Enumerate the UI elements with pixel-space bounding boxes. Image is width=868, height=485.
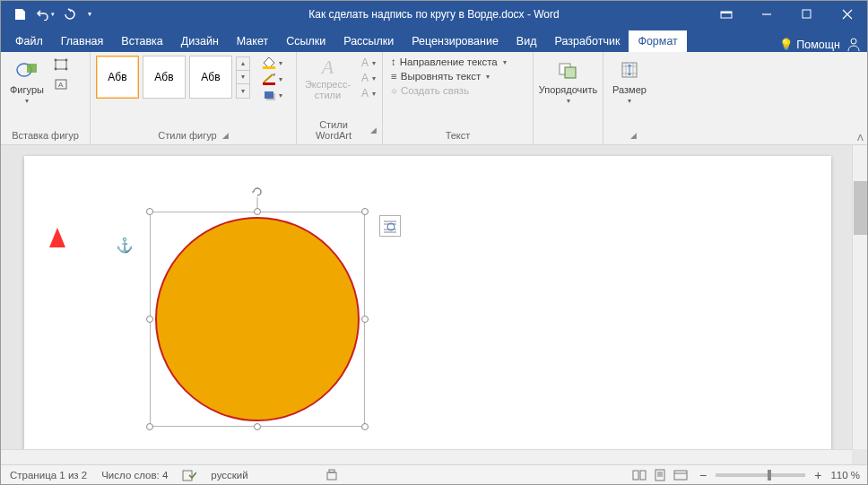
style-thumb-1[interactable]: Абв <box>96 56 139 99</box>
handle-bl[interactable] <box>146 423 153 430</box>
group-text: ↕Направление текста▾ ≡Выровнять текст▾ ⟐… <box>383 52 534 144</box>
close-button[interactable] <box>827 1 867 27</box>
handle-br[interactable] <box>361 423 369 430</box>
svg-rect-14 <box>263 66 275 69</box>
text-effects-button: A▾ <box>360 86 377 100</box>
tab-home[interactable]: Главная <box>52 30 113 52</box>
text-direction-button[interactable]: ↕Направление текста▾ <box>388 56 509 68</box>
shape-tools: A <box>51 56 71 93</box>
help-icon[interactable]: 💡 Помощн <box>779 38 840 51</box>
group-insert-label: Вставка фигур <box>6 130 84 143</box>
svg-rect-3 <box>803 10 811 18</box>
layout-options-button[interactable] <box>379 215 401 237</box>
status-language[interactable]: русский <box>211 470 247 481</box>
styles-dialog-button[interactable]: ◢ <box>222 131 229 140</box>
svg-text:A: A <box>58 81 64 89</box>
handle-tr[interactable] <box>361 208 369 215</box>
handle-l[interactable] <box>146 316 153 323</box>
shape-effects-button[interactable]: ▾ <box>259 88 284 102</box>
style-gallery[interactable]: Абв Абв Абв ▴ ▾ ▾ <box>96 56 250 99</box>
text-direction-label: Направление текста <box>400 56 498 67</box>
size-icon <box>617 57 642 82</box>
svg-rect-25 <box>633 471 638 480</box>
vertical-scrollbar[interactable] <box>852 145 867 449</box>
svg-rect-23 <box>327 472 336 480</box>
undo-button[interactable]: ▾ <box>33 4 56 25</box>
size-button[interactable]: Размер▾ <box>609 56 650 107</box>
tab-review[interactable]: Рецензирование <box>403 30 508 52</box>
horizontal-scrollbar[interactable] <box>1 449 852 464</box>
read-mode-button[interactable] <box>629 467 649 483</box>
zoom-level[interactable]: 110 % <box>830 470 860 481</box>
svg-point-4 <box>851 39 856 44</box>
status-page[interactable]: Страница 1 из 2 <box>10 470 87 481</box>
gallery-more-button[interactable]: ▾ <box>237 84 249 98</box>
shape-selection[interactable] <box>150 212 365 427</box>
status-proofing-icon[interactable] <box>182 469 196 481</box>
wordart-dialog-button[interactable]: ◢ <box>370 126 377 134</box>
status-macro-icon[interactable] <box>326 469 338 481</box>
tab-developer[interactable]: Разработчик <box>545 30 629 52</box>
tab-insert[interactable]: Вставка <box>112 30 171 52</box>
ribbon-tabs: Файл Главная Вставка Дизайн Макет Ссылки… <box>1 27 867 52</box>
arrange-button[interactable]: Упорядочить▾ <box>535 56 601 107</box>
handle-r[interactable] <box>361 316 369 323</box>
tab-mailings[interactable]: Рассылки <box>334 30 403 52</box>
tab-design[interactable]: Дизайн <box>172 30 228 52</box>
handle-t[interactable] <box>254 208 261 215</box>
shape-outline-button[interactable]: ▾ <box>259 72 284 86</box>
handle-b[interactable] <box>254 423 261 430</box>
minimize-button[interactable] <box>746 1 786 27</box>
create-link-label: Создать связь <box>401 85 469 96</box>
gallery-spinner: ▴ ▾ ▾ <box>236 56 250 99</box>
align-text-button[interactable]: ≡Выровнять текст▾ <box>388 70 509 82</box>
print-layout-button[interactable] <box>650 467 670 483</box>
arrange-label: Упорядочить <box>539 84 597 95</box>
svg-point-10 <box>55 68 57 71</box>
handle-tl[interactable] <box>146 208 153 215</box>
page[interactable]: ⚓ <box>24 156 831 452</box>
zoom-in-button[interactable]: + <box>814 468 821 482</box>
svg-point-8 <box>55 59 57 62</box>
gallery-up-button[interactable]: ▴ <box>237 57 249 71</box>
group-size: Размер▾ ◢ <box>603 52 655 144</box>
zoom-out-button[interactable]: − <box>699 468 707 482</box>
tab-file[interactable]: Файл <box>6 30 52 52</box>
shapes-label: Фигуры <box>10 84 44 95</box>
text-fill-button: A▾ <box>360 56 377 70</box>
document-canvas[interactable]: ⚓ <box>1 145 867 464</box>
style-thumb-2[interactable]: Абв <box>143 56 186 99</box>
quick-access-toolbar: ▾ ▾ <box>1 4 96 25</box>
create-link-button: ⟐Создать связь <box>388 84 509 97</box>
web-layout-button[interactable] <box>671 467 690 483</box>
edit-shape-button[interactable] <box>51 56 71 74</box>
account-icon[interactable] <box>846 36 862 52</box>
tab-view[interactable]: Вид <box>508 30 546 52</box>
zoom-slider[interactable] <box>716 473 805 477</box>
wordart-icon: A <box>322 56 334 79</box>
tab-references[interactable]: Ссылки <box>277 30 334 52</box>
tab-layout[interactable]: Макет <box>228 30 277 52</box>
maximize-button[interactable] <box>786 1 827 27</box>
gallery-down-button[interactable]: ▾ <box>237 71 249 84</box>
arrange-icon <box>556 57 581 82</box>
status-words[interactable]: Число слов: 4 <box>101 470 168 481</box>
rotate-handle[interactable] <box>250 185 265 199</box>
style-thumb-3[interactable]: Абв <box>189 56 232 99</box>
shape-fill-button[interactable]: ▾ <box>259 56 284 70</box>
text-box-button[interactable]: A <box>51 75 71 93</box>
vscroll-thumb[interactable] <box>854 181 867 235</box>
save-button[interactable] <box>8 4 31 25</box>
ribbon-display-button[interactable] <box>706 1 746 27</box>
size-dialog-button[interactable]: ◢ <box>630 131 637 140</box>
tab-format[interactable]: Формат <box>629 30 686 52</box>
collapse-ribbon-button[interactable]: ᐱ <box>857 133 864 143</box>
svg-rect-31 <box>674 471 687 480</box>
qat-customize-button[interactable]: ▾ <box>83 4 96 25</box>
redo-button[interactable] <box>58 4 82 25</box>
help-area: 💡 Помощн <box>779 36 862 52</box>
svg-rect-6 <box>27 64 37 73</box>
group-arrange: Упорядочить▾ <box>534 52 603 144</box>
shapes-button[interactable]: Фигуры ▾ <box>6 56 48 107</box>
svg-rect-7 <box>56 60 66 69</box>
